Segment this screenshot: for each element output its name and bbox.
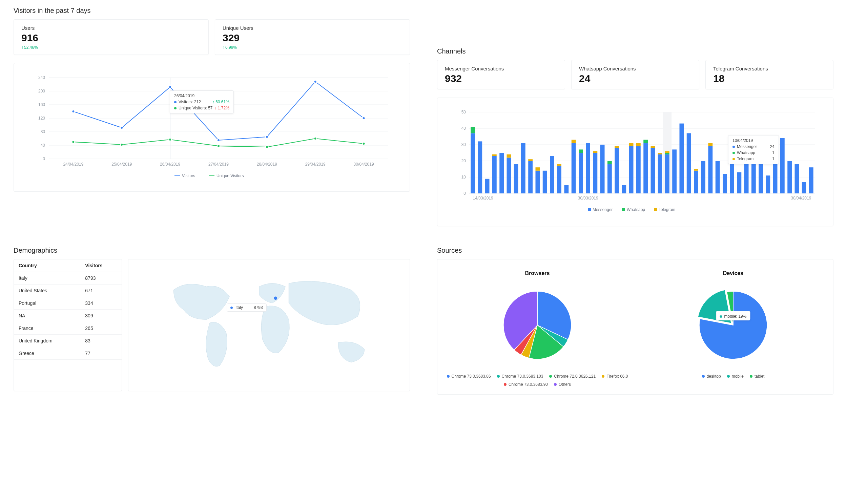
browsers-pie-chart[interactable] xyxy=(446,281,629,369)
svg-rect-65 xyxy=(528,159,533,161)
svg-rect-61 xyxy=(507,155,511,158)
svg-rect-90 xyxy=(643,143,648,193)
kpi-delta: ↑ 6.99% xyxy=(222,45,402,50)
demographics-section: Demographics Country Visitors Italy8793U… xyxy=(14,247,410,395)
svg-rect-117 xyxy=(780,138,785,193)
svg-text:Unique Visitors: Unique Visitors xyxy=(216,174,244,178)
demographics-table: Country Visitors Italy8793United States6… xyxy=(14,259,122,360)
table-row: Italy8793 xyxy=(14,272,122,285)
tooltip-date: 10/04/2019 xyxy=(733,138,775,143)
kpi-label: Users xyxy=(21,25,201,31)
svg-text:0: 0 xyxy=(43,157,45,161)
devices-legend: desktopmobiletablet xyxy=(642,374,824,379)
svg-point-24 xyxy=(169,86,172,88)
svg-rect-53 xyxy=(471,133,475,193)
svg-text:27/04/2019: 27/04/2019 xyxy=(209,162,229,167)
svg-rect-87 xyxy=(629,143,634,146)
col-country: Country xyxy=(14,259,80,272)
sources-title: Sources xyxy=(437,247,833,254)
svg-rect-54 xyxy=(471,127,475,133)
svg-rect-88 xyxy=(636,146,641,193)
svg-rect-119 xyxy=(795,164,799,193)
kpi-users: Users 916 ↑ 52.46% xyxy=(14,19,209,55)
demographics-table-card: Country Visitors Italy8793United States6… xyxy=(14,259,122,391)
svg-rect-115 xyxy=(766,176,771,193)
svg-rect-83 xyxy=(615,148,619,193)
arrow-up-icon: ↑ xyxy=(21,45,23,50)
sources-section: Sources Browsers Chrome 73.0.3683.86Chro… xyxy=(437,247,833,395)
channels-chart-card: 0102030405014/03/201930/03/201930/04/201… xyxy=(437,97,833,226)
devices-pie-chart[interactable] xyxy=(642,281,824,369)
kpi-messenger: Messenger Conversations 932 xyxy=(437,60,565,89)
legend-item: Firefox 66.0 xyxy=(602,374,628,379)
kpi-value: 916 xyxy=(21,32,201,44)
svg-point-35 xyxy=(362,142,365,145)
svg-text:29/04/2019: 29/04/2019 xyxy=(305,162,326,167)
svg-rect-110 xyxy=(737,173,742,193)
dot-icon xyxy=(733,158,735,160)
demographics-title: Demographics xyxy=(14,247,410,254)
svg-rect-103 xyxy=(694,169,698,171)
devices-tooltip: mobile: 19% xyxy=(716,311,750,320)
svg-text:14/03/2019: 14/03/2019 xyxy=(473,196,493,200)
svg-rect-105 xyxy=(708,146,713,193)
kpi-label: Unique Users xyxy=(222,25,402,31)
svg-text:26/04/2019: 26/04/2019 xyxy=(160,162,180,167)
svg-rect-73 xyxy=(572,143,576,193)
svg-point-29 xyxy=(72,141,74,143)
svg-point-33 xyxy=(266,146,268,148)
table-row: United States671 xyxy=(14,285,122,297)
svg-rect-69 xyxy=(550,156,554,193)
col-visitors: Visitors xyxy=(80,259,122,272)
svg-rect-85 xyxy=(622,185,627,193)
svg-point-23 xyxy=(120,126,123,129)
arrow-up-icon: ↑ xyxy=(222,45,224,50)
svg-rect-68 xyxy=(543,171,547,193)
svg-text:28/04/2019: 28/04/2019 xyxy=(257,162,277,167)
svg-rect-55 xyxy=(478,141,483,193)
visitors-tooltip: 26/04/2019 Visitors: 212 ↑ 60.61% Unique… xyxy=(170,90,234,113)
svg-rect-58 xyxy=(492,155,497,156)
demographics-map-card[interactable]: Italy 8793 xyxy=(128,259,410,391)
svg-rect-118 xyxy=(787,161,792,193)
svg-text:30/04/2019: 30/04/2019 xyxy=(791,196,811,200)
svg-text:40: 40 xyxy=(462,126,466,131)
svg-rect-104 xyxy=(701,161,705,193)
svg-rect-86 xyxy=(629,146,634,193)
svg-rect-125 xyxy=(588,208,591,211)
svg-text:80: 80 xyxy=(41,129,46,134)
svg-rect-71 xyxy=(557,164,561,166)
dot-icon xyxy=(727,375,730,378)
svg-rect-120 xyxy=(802,182,806,193)
svg-text:10: 10 xyxy=(462,175,466,180)
visitors-line-chart[interactable]: 0408012016020024024/04/201925/04/201926/… xyxy=(23,71,401,183)
world-map[interactable] xyxy=(137,267,401,382)
svg-rect-127 xyxy=(622,208,625,211)
svg-text:30/03/2019: 30/03/2019 xyxy=(578,196,598,200)
svg-text:30: 30 xyxy=(462,142,466,147)
table-row: France265 xyxy=(14,322,122,335)
svg-point-34 xyxy=(314,137,317,140)
visitors-title: Visitors in the past 7 days xyxy=(14,7,410,15)
svg-text:Whatsapp: Whatsapp xyxy=(627,207,645,212)
dot-icon xyxy=(230,307,233,309)
svg-text:50: 50 xyxy=(462,110,466,114)
svg-point-25 xyxy=(217,139,220,142)
svg-text:0: 0 xyxy=(464,191,466,196)
svg-point-26 xyxy=(266,136,268,138)
svg-rect-66 xyxy=(536,171,540,193)
svg-rect-102 xyxy=(694,171,698,193)
svg-rect-67 xyxy=(536,167,540,171)
svg-rect-70 xyxy=(557,166,561,193)
dot-icon xyxy=(750,375,753,378)
legend-item: mobile xyxy=(727,374,744,379)
svg-point-31 xyxy=(169,138,172,141)
svg-rect-97 xyxy=(665,153,669,155)
svg-text:120: 120 xyxy=(38,116,45,121)
svg-rect-82 xyxy=(608,161,612,164)
svg-point-131 xyxy=(274,296,277,300)
dot-icon xyxy=(733,152,735,154)
svg-rect-108 xyxy=(723,174,727,193)
legend-item: Chrome 73.0.3683.86 xyxy=(447,374,491,379)
svg-text:Visitors: Visitors xyxy=(182,174,195,178)
